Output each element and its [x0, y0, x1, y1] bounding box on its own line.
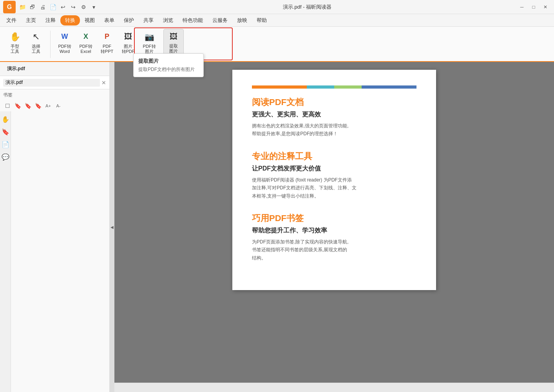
menu-home[interactable]: 主页 — [21, 15, 41, 25]
undo-icon[interactable]: ↩ — [59, 3, 67, 11]
sidebar-tool-3[interactable]: 🔖 — [24, 102, 32, 110]
section1-body: 拥有出色的文档渲染效果,强大的页面管理功能, 帮助提升效率,是您阅读PDF的理想… — [252, 122, 416, 138]
menu-share[interactable]: 共享 — [139, 15, 158, 25]
select-tool-button[interactable]: ↖ 选择工具 — [26, 29, 46, 56]
settings-icon[interactable]: ⚙ — [79, 3, 88, 11]
sidebar-tool-a-plus[interactable]: A+ — [44, 102, 53, 110]
menu-view[interactable]: 视图 — [80, 15, 100, 25]
menu-file[interactable]: 文件 — [2, 15, 21, 25]
menu-help[interactable]: 帮助 — [252, 15, 272, 25]
section1-sub: 更强大、更实用、更高效 — [252, 111, 416, 119]
sidebar-bookmark-icon[interactable]: 🔖 — [1, 127, 10, 136]
window-controls: ─ □ ✕ — [516, 3, 551, 11]
print-icon[interactable]: 🖨 — [38, 3, 47, 11]
stripe-blue — [362, 85, 416, 89]
sidebar-file-close-button[interactable]: ✕ — [101, 80, 106, 86]
section-annotate: 专业的注释工具 让PDF文档发挥更大价值 使用福昕PDF阅读器 (foxit r… — [252, 151, 416, 200]
tooltip-title: 提取图片 — [138, 58, 199, 65]
menu-present[interactable]: 放映 — [232, 15, 252, 25]
select-tool-label: 选择工具 — [32, 44, 40, 54]
ribbon-divider-1 — [50, 31, 51, 58]
extract-images-label: 提取图片 — [169, 44, 178, 54]
bottombar — [114, 383, 554, 392]
sidebar-tool-4[interactable]: 🔖 — [34, 102, 42, 110]
sidebar-tool-a-minus[interactable]: A- — [54, 102, 63, 110]
extract-img-icon: 🖼 — [167, 31, 180, 43]
tooltip: 提取图片 提取PDF文档中的所有图片 — [133, 53, 204, 77]
section3-body: 为PDF页面添加书签,除了实现内容的快速导航, 书签还能指明不同书签的层级关系,… — [252, 238, 416, 262]
section3-heading: 巧用PDF书签 — [252, 212, 416, 224]
section1-heading: 阅读PDF文档 — [252, 96, 416, 108]
menu-protect[interactable]: 保护 — [119, 15, 139, 25]
open-icon[interactable]: 📁 — [18, 3, 27, 11]
sidebar-page-icon[interactable]: 📄 — [1, 140, 10, 149]
pdf-content-area: 阅读PDF文档 更强大、更实用、更高效 拥有出色的文档渲染效果,强大的页面管理功… — [114, 62, 554, 392]
ribbon: ✋ 手型工具 ↖ 选择工具 W PDF转Word X PDF转Excel P P… — [0, 27, 554, 62]
sidebar-file-bar: ✕ — [0, 76, 109, 89]
section2-heading: 专业的注释工具 — [252, 151, 416, 162]
sidebar-comment-icon[interactable]: 💬 — [1, 152, 10, 162]
sidebar-tool-2[interactable]: 🔖 — [13, 102, 22, 110]
section3-sub: 帮助您提升工作、学习效率 — [252, 227, 416, 235]
sidebar-icon-column: ✋ 🔖 📄 💬 — [0, 111, 11, 392]
menu-features[interactable]: 特色功能 — [178, 15, 208, 25]
menu-cloud[interactable]: 云服务 — [208, 15, 232, 25]
sidebar: 演示.pdf ✕ 书签 ☐ 🔖 🔖 🔖 A+ A- ✋ 🔖 📄 💬 — [0, 62, 110, 392]
color-stripe — [252, 85, 416, 89]
pdf-to-img-icon: 📷 — [143, 31, 156, 43]
collapse-handle[interactable]: ◀ — [110, 62, 114, 392]
pdf-to-excel-label: PDF转Excel — [80, 44, 92, 54]
sidebar-tab-bar: 演示.pdf — [0, 62, 109, 76]
menu-browse[interactable]: 浏览 — [158, 15, 178, 25]
select-icon: ↖ — [30, 31, 42, 43]
window-title: 演示.pdf - 福昕阅读器 — [100, 4, 514, 11]
section2-body: 使用福昕PDF阅读器 (foxit reader) 为PDF文件添 加注释,可对… — [252, 176, 416, 200]
main-area: 演示.pdf ✕ 书签 ☐ 🔖 🔖 🔖 A+ A- ✋ 🔖 📄 💬 — [0, 62, 554, 392]
pdf-viewer: 阅读PDF文档 更强大、更实用、更高效 拥有出色的文档渲染效果,强大的页面管理功… — [114, 62, 554, 383]
doc-icon[interactable]: 📄 — [49, 3, 57, 11]
maximize-button[interactable]: □ — [528, 3, 539, 11]
menu-convert[interactable]: 转换 — [60, 15, 80, 25]
section-read-pdf: 阅读PDF文档 更强大、更实用、更高效 拥有出色的文档渲染效果,强大的页面管理功… — [252, 96, 416, 138]
redo-icon[interactable]: ↪ — [69, 3, 78, 11]
logo-text: G — [7, 4, 12, 11]
stripe-green — [334, 85, 362, 89]
hand-tool-label: 手型工具 — [11, 44, 19, 54]
close-button[interactable]: ✕ — [540, 3, 551, 11]
down-icon[interactable]: ▾ — [89, 3, 98, 11]
menu-annotate[interactable]: 注释 — [41, 15, 60, 25]
pdf-to-ppt-button[interactable]: P PDF转PPT — [97, 29, 117, 56]
sidebar-hand-icon[interactable]: ✋ — [1, 114, 10, 124]
img-to-pdf-icon: 🖼 — [122, 31, 134, 43]
ribbon-group-convert: W PDF转Word X PDF转Excel P PDF转PPT 🖼 图片转PD… — [53, 29, 161, 56]
ribbon-group-extract: 🖼 提取图片 — [162, 29, 185, 56]
hand-tool-button[interactable]: ✋ 手型工具 — [5, 29, 25, 56]
titlebar-toolbar: 📁 🗗 🖨 📄 ↩ ↪ ⚙ ▾ — [18, 3, 98, 11]
stripe-orange — [252, 85, 307, 89]
bookmark-label: 书签 — [3, 92, 13, 98]
window-icon[interactable]: 🗗 — [28, 3, 37, 11]
pdf-to-word-label: PDF转Word — [58, 44, 71, 54]
logo-button[interactable]: G — [3, 1, 16, 13]
pdf-to-ppt-label: PDF转PPT — [101, 44, 113, 54]
menubar: 文件 主页 注释 转换 视图 表单 保护 共享 浏览 特色功能 云服务 放映 帮… — [0, 14, 554, 27]
section-bookmark: 巧用PDF书签 帮助您提升工作、学习效率 为PDF页面添加书签,除了实现内容的快… — [252, 212, 416, 262]
collapse-arrow-icon: ◀ — [110, 225, 114, 229]
hand-icon: ✋ — [9, 31, 21, 43]
minimize-button[interactable]: ─ — [516, 3, 527, 11]
extract-images-button[interactable]: 🖼 提取图片 — [163, 29, 184, 56]
pdf-page: 阅读PDF文档 更强大、更实用、更高效 拥有出色的文档渲染效果,强大的页面管理功… — [232, 70, 436, 290]
menu-form[interactable]: 表单 — [100, 15, 119, 25]
sidebar-tab-active[interactable]: 演示.pdf — [3, 64, 29, 74]
img-to-pdf-button[interactable]: 🖼 图片转PDF — [118, 29, 138, 56]
sidebar-tool-1[interactable]: ☐ — [3, 102, 12, 110]
pdf-to-img-button[interactable]: 📷 PDF转图片 — [139, 29, 159, 56]
img-to-pdf-label: 图片转PDF — [122, 44, 135, 54]
pdf-to-img-label: PDF转图片 — [143, 44, 156, 54]
stripe-teal — [307, 85, 334, 89]
pdf-to-excel-button[interactable]: X PDF转Excel — [76, 29, 96, 56]
sidebar-content-area — [11, 111, 109, 392]
sidebar-filename-input[interactable] — [3, 79, 100, 87]
pdf-to-word-button[interactable]: W PDF转Word — [54, 29, 75, 56]
sidebar-bookmark-bar: 书签 — [0, 89, 109, 100]
